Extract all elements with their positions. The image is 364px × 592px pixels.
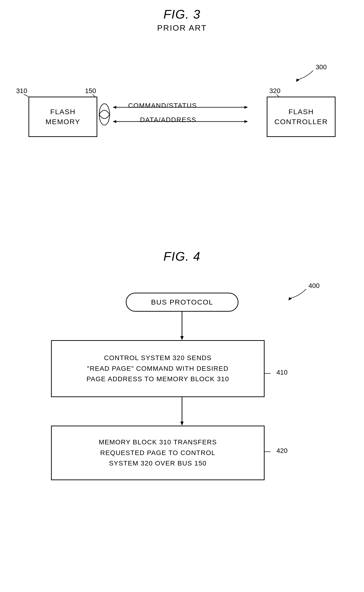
- svg-text:400: 400: [308, 282, 320, 289]
- fig4-svg: 400 410 420: [0, 265, 364, 574]
- command-status-label: COMMAND/STATUS: [128, 102, 197, 110]
- box410-line2: "READ PAGE" COMMAND WITH DESIRED: [87, 364, 228, 374]
- fig4-section: FIG. 4 400 410 420: [0, 249, 364, 574]
- flash-memory-line2: MEMORY: [46, 117, 80, 127]
- svg-marker-6: [244, 106, 248, 109]
- svg-marker-9: [244, 120, 248, 123]
- svg-text:300: 300: [316, 63, 327, 71]
- box420-line3: SYSTEM 320 OVER BUS 150: [109, 458, 207, 469]
- svg-text:150: 150: [85, 87, 96, 94]
- prior-art-label: PRIOR ART: [0, 23, 364, 33]
- box420-line1: MEMORY BLOCK 310 TRANSFERS: [99, 437, 217, 448]
- data-address-label: DATA/ADDRESS: [140, 116, 196, 124]
- box420-line2: REQUESTED PAGE TO CONTROL: [100, 448, 215, 458]
- svg-text:420: 420: [276, 447, 288, 454]
- page-container: FIG. 3 PRIOR ART 300 310 150 320: [0, 0, 364, 592]
- box-420: MEMORY BLOCK 310 TRANSFERS REQUESTED PAG…: [51, 426, 265, 480]
- svg-marker-7: [113, 106, 116, 109]
- svg-marker-15: [180, 336, 184, 340]
- flash-memory-line1: FLASH: [50, 107, 76, 117]
- svg-marker-10: [113, 120, 116, 123]
- box410-line3: PAGE ADDRESS TO MEMORY BLOCK 310: [87, 374, 229, 384]
- bus-protocol-label: BUS PROTOCOL: [151, 298, 213, 306]
- box-410: CONTROL SYSTEM 320 SENDS "READ PAGE" COM…: [51, 340, 265, 397]
- box410-line1: CONTROL SYSTEM 320 SENDS: [104, 353, 212, 364]
- fig3-section: FIG. 3 PRIOR ART 300 310 150 320: [0, 7, 364, 146]
- svg-marker-17: [180, 422, 184, 426]
- svg-marker-13: [289, 297, 292, 300]
- svg-text:410: 410: [276, 369, 288, 376]
- svg-text:320: 320: [269, 87, 280, 94]
- svg-text:310: 310: [16, 87, 27, 94]
- flash-controller-line2: CONTROLLER: [274, 117, 328, 127]
- fig3-title: FIG. 3: [0, 7, 364, 21]
- svg-point-11: [99, 104, 110, 125]
- bus-protocol-box: BUS PROTOCOL: [126, 293, 239, 312]
- fig4-title: FIG. 4: [0, 249, 364, 263]
- flash-controller-box: FLASH CONTROLLER: [267, 97, 336, 137]
- fig3-diagram: 300 310 150 320: [0, 47, 364, 146]
- flash-memory-box: FLASH MEMORY: [28, 97, 97, 137]
- svg-marker-1: [296, 78, 299, 82]
- fig4-diagram: 400 410 420 BUS PROTOCOL: [0, 265, 364, 574]
- flash-controller-line1: FLASH: [289, 107, 314, 117]
